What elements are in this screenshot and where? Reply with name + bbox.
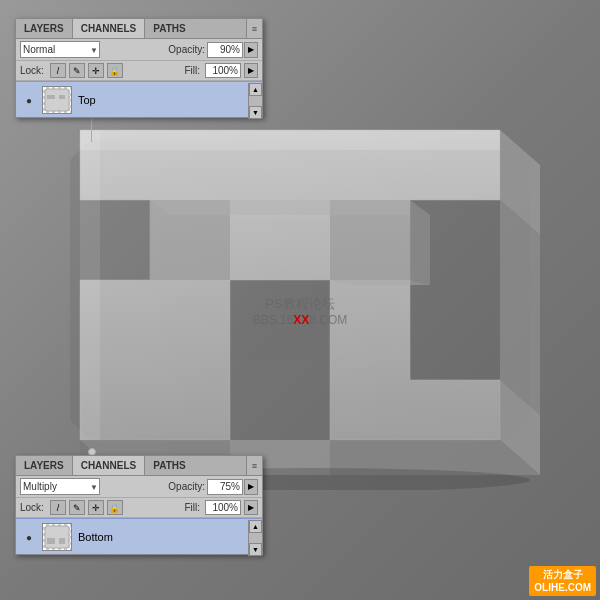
letter-3d: [30, 60, 570, 490]
scroll-up-top[interactable]: ▲: [249, 83, 262, 96]
lock-image-top[interactable]: ✎: [69, 63, 85, 78]
fill-label-top: Fill:: [184, 65, 200, 76]
scroll-down-bottom[interactable]: ▼: [249, 543, 262, 556]
fill-label-bottom: Fill:: [184, 502, 200, 513]
layer-thumb-bottom: [42, 523, 72, 551]
top-layer-row[interactable]: Top ▲ ▼: [16, 81, 262, 117]
watermark-line2: BBS.16XX8.COM: [253, 313, 348, 327]
bottom-layer-row[interactable]: Bottom ▲ ▼: [16, 518, 262, 554]
tab-paths-bottom[interactable]: PATHS: [145, 456, 193, 475]
lock-transparent-bottom[interactable]: /: [50, 500, 66, 515]
opacity-input-bottom[interactable]: [207, 479, 243, 495]
badge-line2: OLIHE.COM: [534, 581, 591, 594]
scroll-up-bottom[interactable]: ▲: [249, 520, 262, 533]
lock-all-bottom[interactable]: 🔒: [107, 500, 123, 515]
panel-menu-top[interactable]: ≡: [246, 19, 262, 38]
bottom-panel-tabs: LAYERS CHANNELS PATHS ≡: [16, 456, 262, 476]
lock-position-top[interactable]: ✛: [88, 63, 104, 78]
fill-input-top[interactable]: [205, 63, 241, 78]
blend-mode-wrapper-bottom: Normal Multiply Screen ▼: [20, 478, 100, 495]
opacity-arrow-bottom[interactable]: ▶: [244, 479, 258, 495]
watermark: PS教程论坛 BBS.16XX8.COM: [253, 295, 348, 327]
svg-rect-1: [45, 89, 69, 111]
bottom-lock-row: Lock: / ✎ ✛ 🔒 Fill: ▶: [16, 498, 262, 518]
bottom-layer-name: Bottom: [78, 531, 113, 543]
lock-transparent-top[interactable]: /: [50, 63, 66, 78]
opacity-arrow-top[interactable]: ▶: [244, 42, 258, 58]
blend-mode-top[interactable]: Normal Multiply Screen: [20, 41, 100, 58]
opacity-label-top: Opacity:: [168, 44, 205, 55]
opacity-input-top[interactable]: [207, 42, 243, 58]
badge-line1: 活力盒子: [534, 568, 591, 581]
fill-arrow-top[interactable]: ▶: [244, 63, 258, 78]
bottom-blend-row: Normal Multiply Screen ▼ Opacity: ▶: [16, 476, 262, 498]
eye-icon-top: [26, 94, 32, 106]
eye-icon-bottom: [26, 531, 32, 543]
fill-arrow-bottom[interactable]: ▶: [244, 500, 258, 515]
lock-label-top: Lock:: [20, 65, 44, 76]
watermark-line1: PS教程论坛: [253, 295, 348, 313]
top-panel-tabs: LAYERS CHANNELS PATHS ≡: [16, 19, 262, 39]
panel-menu-bottom[interactable]: ≡: [246, 456, 262, 475]
tab-channels-top[interactable]: CHANNELS: [72, 19, 146, 38]
tab-layers-top[interactable]: LAYERS: [16, 19, 72, 38]
lock-all-top[interactable]: 🔒: [107, 63, 123, 78]
fill-input-bottom[interactable]: [205, 500, 241, 515]
scrollbar-bottom[interactable]: ▲ ▼: [248, 520, 262, 556]
top-blend-row: Normal Multiply Screen ▼ Opacity: ▶: [16, 39, 262, 61]
site-badge: 活力盒子 OLIHE.COM: [529, 566, 596, 596]
svg-rect-2: [45, 526, 69, 548]
opacity-label-bottom: Opacity:: [168, 481, 205, 492]
top-panel: LAYERS CHANNELS PATHS ≡ Normal Multiply …: [15, 18, 263, 118]
tab-layers-bottom[interactable]: LAYERS: [16, 456, 72, 475]
layer-thumb-top: [42, 86, 72, 114]
scrollbar-top[interactable]: ▲ ▼: [248, 83, 262, 119]
bottom-panel: LAYERS CHANNELS PATHS ≡ Normal Multiply …: [15, 455, 263, 555]
blend-mode-wrapper-top: Normal Multiply Screen ▼: [20, 41, 100, 58]
blend-mode-bottom[interactable]: Normal Multiply Screen: [20, 478, 100, 495]
lock-position-bottom[interactable]: ✛: [88, 500, 104, 515]
tab-paths-top[interactable]: PATHS: [145, 19, 193, 38]
lock-label-bottom: Lock:: [20, 502, 44, 513]
scroll-down-top[interactable]: ▼: [249, 106, 262, 119]
visibility-bottom[interactable]: [20, 528, 38, 546]
top-layer-name: Top: [78, 94, 96, 106]
tab-channels-bottom[interactable]: CHANNELS: [72, 456, 146, 475]
lock-image-bottom[interactable]: ✎: [69, 500, 85, 515]
visibility-top[interactable]: [20, 91, 38, 109]
top-lock-row: Lock: / ✎ ✛ 🔒 Fill: ▶: [16, 61, 262, 81]
